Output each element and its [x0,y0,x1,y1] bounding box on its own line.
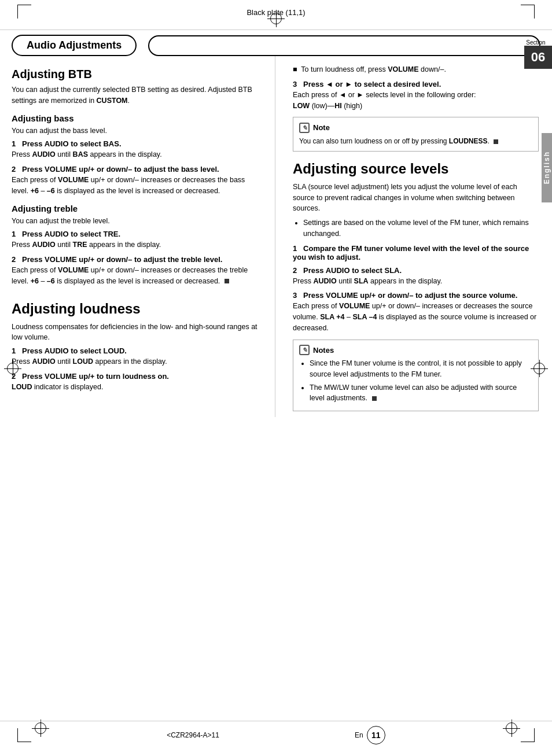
source-notes-title: ✎ Notes [299,345,532,356]
end-marker2 [494,139,498,144]
source-section-title: Adjusting source levels [293,161,539,177]
source-note1: Since the FM tuner volume is the control… [310,358,532,380]
loudness-section-title: Adjusting loudness [12,301,257,317]
source-bullet-item: Settings are based on the volume level o… [303,217,539,239]
loud-step1: 1 Press AUDIO to select LOUD. Press AUDI… [12,346,257,367]
note-icon: ✎ [299,123,310,133]
section-number: 06 [524,46,552,69]
btb-section-title: Adjusting BTB [12,68,257,81]
bass-step1-heading: 1 Press AUDIO to select BAS. [12,139,257,148]
footer-right: En 11 [355,726,385,744]
page-footer: <CZR2964-A>11 En 11 [0,721,552,744]
source-notes-list: Since the FM tuner volume is the control… [299,358,532,404]
treble-step1-body: Press AUDIO until TRE appears in the dis… [12,239,257,250]
treble-step1: 1 Press AUDIO to select TRE. Press AUDIO… [12,230,257,250]
audio-adjustments-title: Audio Adjustments [12,35,137,56]
source-note2: The MW/LW tuner volume level can also be… [310,382,532,404]
treble-intro: You can adjust the treble level. [12,216,257,227]
header-oval [148,35,540,56]
loud-step1-heading: 1 Press AUDIO to select LOUD. [12,346,257,355]
loud-step2-heading: 2 Press VOLUME up/+ to turn loudness on. [12,372,257,381]
source-notes-box: ✎ Notes Since the FM tuner volume is the… [293,340,539,412]
source-step3: 3 Press VOLUME up/+ or down/– to adjust … [293,291,539,333]
treble-step2-body: Each press of VOLUME up/+ or down/– incr… [12,265,257,287]
source-step1-heading: 1 Compare the FM tuner volume level with… [293,244,539,261]
bass-step2-body: Each press of VOLUME up/+ or down/– incr… [12,175,257,197]
section-badge: Section 06 [524,39,552,69]
source-bullet-list: Settings are based on the volume level o… [293,217,539,239]
page-number: 11 [367,726,385,744]
plate-text: Black plate (11,1) [246,8,305,17]
treble-section-title: Adjusting treble [12,204,257,213]
end-marker [225,279,229,283]
footer-en-label: En [355,731,363,739]
source-step3-body: Each press of VOLUME up/+ or down/– incr… [293,301,539,333]
source-step2: 2 Press AUDIO to select SLA. Press AUDIO… [293,266,539,287]
column-divider [275,56,275,417]
loudness-intro: Loudness compensates for deficiencies in… [12,322,257,344]
loud-bullet-text: ■ To turn loudness off, press VOLUME dow… [293,64,539,75]
bass-step2-heading: 2 Press VOLUME up/+ or down/– to adjust … [12,165,257,174]
btb-intro: You can adjust the currently selected BT… [12,84,257,106]
corner-top-left [17,5,31,19]
language-sidebar: English [542,133,552,202]
footer-product-code: <CZR2964-A>11 [167,731,219,739]
notes-icon: ✎ [299,345,310,355]
loud-step2-body: LOUD indicator is displayed. [12,382,257,393]
step-num: 1 [12,139,16,148]
source-step2-heading: 2 Press AUDIO to select SLA. [293,266,539,275]
source-step1: 1 Compare the FM tuner volume level with… [293,244,539,261]
source-step2-body: Press AUDIO until SLA appears in the dis… [293,276,539,287]
treble-step2: 2 Press VOLUME up/+ or down/– to adjust … [12,255,257,287]
loud-step1-body: Press AUDIO until LOUD appears in the di… [12,356,257,367]
bass-step1: 1 Press AUDIO to select BAS. Press AUDIO… [12,139,257,160]
bass-intro: You can adjust the bass level. [12,126,257,137]
loud-step3: 3 Press ◄ or ► to select a desired level… [293,80,539,112]
loud-step3-body: Each press of ◄ or ► selects level in th… [293,90,539,112]
end-marker3 [372,396,377,401]
corner-top-right [521,5,535,19]
source-intro: SLA (source level adjustment) lets you a… [293,182,539,214]
treble-step2-heading: 2 Press VOLUME up/+ or down/– to adjust … [12,255,257,264]
loudness-note-box: ✎ Note You can also turn loudness on or … [293,117,539,152]
right-column: ■ To turn loudness off, press VOLUME dow… [281,56,539,417]
loudness-note-title: ✎ Note [299,122,532,134]
treble-step1-heading: 1 Press AUDIO to select TRE. [12,230,257,238]
corner-bottom-left [17,728,31,742]
bass-step2: 2 Press VOLUME up/+ or down/– to adjust … [12,165,257,197]
loud-step2: 2 Press VOLUME up/+ to turn loudness on.… [12,372,257,393]
source-step3-heading: 3 Press VOLUME up/+ or down/– to adjust … [293,291,539,300]
bass-step1-body: Press AUDIO until BAS appears in the dis… [12,149,257,160]
corner-bottom-right [521,728,535,742]
loud-step3-heading: 3 Press ◄ or ► to select a desired level… [293,80,539,88]
left-column: Adjusting BTB You can adjust the current… [12,56,269,417]
loud-bullet-item: ■ To turn loudness off, press VOLUME dow… [293,64,539,75]
loudness-note-body: You can also turn loudness on or off by … [299,136,532,146]
bass-section-title: Adjusting bass [12,113,257,123]
